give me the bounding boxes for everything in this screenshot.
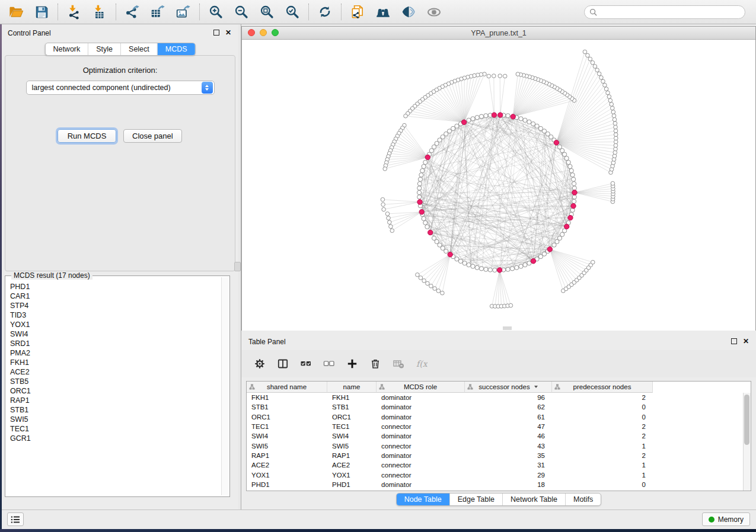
column-header-MCDS-role[interactable]: MCDS role: [377, 382, 465, 393]
mcds-result-item[interactable]: SRD1: [7, 339, 221, 348]
table-header-row: shared namenameMCDS rolesuccessor nodesp…: [247, 382, 751, 393]
zoom-fit-icon[interactable]: [259, 4, 275, 20]
run-mcds-button[interactable]: Run MCDS: [58, 129, 116, 143]
export-network-icon[interactable]: [125, 4, 140, 20]
tab-style[interactable]: Style: [88, 43, 120, 55]
criterion-dropdown[interactable]: largest connected component (undirected): [26, 81, 215, 95]
tab-network-table[interactable]: Network Table: [502, 493, 565, 505]
find-binoculars-icon[interactable]: [375, 4, 391, 20]
tab-select[interactable]: Select: [120, 43, 157, 55]
table-row[interactable]: ORC1ORC1dominator610: [247, 412, 743, 422]
table-row[interactable]: ACE2ACE2connector311: [247, 460, 743, 470]
tab-network[interactable]: Network: [45, 43, 88, 55]
tab-edge-table[interactable]: Edge Table: [449, 493, 502, 505]
mcds-result-item[interactable]: RAP1: [7, 396, 221, 405]
gear-icon[interactable]: [254, 358, 266, 370]
mcds-result-item[interactable]: STB5: [7, 377, 221, 386]
network-window-titlebar[interactable]: YPA_prune.txt_1: [242, 27, 755, 40]
search-box[interactable]: [584, 5, 745, 19]
new-network-icon[interactable]: [350, 4, 365, 20]
zoom-selected-icon[interactable]: [285, 4, 300, 20]
column-header-predecessor-nodes[interactable]: predecessor nodes: [552, 382, 653, 393]
mcds-result-item[interactable]: SWI5: [7, 415, 221, 424]
float-table-panel-icon[interactable]: [731, 338, 737, 344]
mcds-result-item[interactable]: TID3: [7, 310, 221, 320]
mcds-result-item[interactable]: PMA2: [7, 348, 221, 358]
table-cell: ORC1: [247, 414, 327, 421]
mcds-result-list: PHD1CAR1STP4TID3YOX1SWI4SRD1PMA2FKH1ACE2…: [7, 282, 221, 495]
float-panel-icon[interactable]: [213, 30, 219, 36]
open-file-icon[interactable]: [8, 4, 24, 20]
table-scrollbar[interactable]: [743, 393, 751, 491]
table-cell: 0: [552, 403, 653, 411]
close-panel-icon[interactable]: ✕: [225, 30, 231, 36]
mcds-result-item[interactable]: CAR1: [7, 291, 221, 301]
column-header-shared-name[interactable]: shared name: [247, 382, 327, 393]
close-panel-button[interactable]: Close panel: [123, 129, 182, 143]
table-cell: SWI4: [327, 432, 377, 440]
mcds-result-item[interactable]: STB1: [7, 405, 221, 415]
mcds-result-item[interactable]: SWI4: [7, 329, 221, 339]
desktop-edge: [0, 24, 2, 529]
window-minimize-button[interactable]: [260, 29, 267, 36]
column-header-label: MCDS role: [404, 383, 437, 390]
export-table-icon[interactable]: [150, 4, 165, 20]
visibility-icon[interactable]: [401, 4, 416, 20]
table-row[interactable]: STB1STB1dominator620: [247, 402, 743, 412]
tab-node-table[interactable]: Node Table: [397, 493, 449, 505]
zoom-out-icon[interactable]: [234, 4, 249, 20]
mcds-result-item[interactable]: STP4: [7, 301, 221, 310]
table-cell: 1: [552, 443, 653, 450]
select-all-icon[interactable]: [300, 358, 312, 370]
mcds-result-scrollbar[interactable]: [221, 277, 228, 495]
column-header-successor-nodes[interactable]: successor nodes: [465, 382, 552, 393]
column-header-name[interactable]: name: [327, 382, 377, 393]
window-zoom-button[interactable]: [272, 29, 279, 36]
mcds-result-item[interactable]: YOX1: [7, 320, 221, 329]
sort-desc-icon: [534, 386, 538, 388]
tab-mcds[interactable]: MCDS: [157, 43, 195, 55]
search-input[interactable]: [601, 7, 740, 17]
import-table-icon[interactable]: [92, 4, 107, 20]
table-row[interactable]: PHD1PHD1dominator180: [247, 480, 743, 489]
table-row[interactable]: RAP1RAP1dominator352: [247, 451, 743, 460]
canvas-splitter-handle[interactable]: [503, 326, 512, 330]
refresh-layout-icon[interactable]: [317, 4, 333, 20]
network-graph[interactable]: [242, 40, 755, 331]
mcds-result-item[interactable]: TEC1: [7, 424, 221, 434]
zoom-in-icon[interactable]: [208, 4, 224, 20]
table-row[interactable]: FKH1FKH1dominator962: [247, 393, 743, 402]
fx-icon[interactable]: f(x): [416, 358, 428, 370]
table-row[interactable]: SWI5SWI5connector431: [247, 441, 743, 450]
mcds-result-item[interactable]: PHD1: [7, 282, 221, 291]
window-close-button[interactable]: [248, 29, 255, 36]
tab-motifs[interactable]: Motifs: [565, 493, 601, 505]
columns-icon[interactable]: [277, 358, 289, 370]
delete-icon[interactable]: [369, 358, 381, 370]
save-session-icon[interactable]: [34, 4, 49, 20]
mcds-result-item[interactable]: ORC1: [7, 386, 221, 396]
task-history-button[interactable]: [7, 512, 24, 526]
delete-column-icon[interactable]: [393, 358, 404, 370]
unselect-all-icon[interactable]: [323, 358, 335, 370]
table-row[interactable]: YOX1YOX1connector291: [247, 470, 743, 479]
import-network-icon[interactable]: [66, 4, 82, 20]
close-table-panel-icon[interactable]: ✕: [743, 338, 749, 344]
table-row[interactable]: TEC1TEC1connector472: [247, 422, 743, 431]
mcds-result-item[interactable]: GCR1: [7, 434, 221, 443]
memory-button[interactable]: Memory: [702, 512, 750, 526]
table-row[interactable]: SWI4SWI4dominator462: [247, 431, 743, 441]
mcds-result-item[interactable]: ACE2: [7, 367, 221, 377]
table-scrollbar-thumb[interactable]: [744, 395, 749, 445]
add-column-icon[interactable]: [346, 358, 358, 370]
details-eye-icon[interactable]: [426, 4, 442, 20]
table-cell: connector: [377, 443, 465, 450]
search-icon: [589, 8, 597, 16]
mcds-result-item[interactable]: FKH1: [7, 358, 221, 367]
table-cell: 2: [552, 432, 653, 440]
panel-splitter-handle[interactable]: [234, 262, 241, 271]
export-image-icon[interactable]: [176, 4, 191, 20]
table-tabs-row: Node TableEdge TableNetwork TableMotifs: [241, 493, 756, 506]
memory-status-icon: [709, 517, 714, 523]
table-cell: TEC1: [327, 423, 377, 430]
